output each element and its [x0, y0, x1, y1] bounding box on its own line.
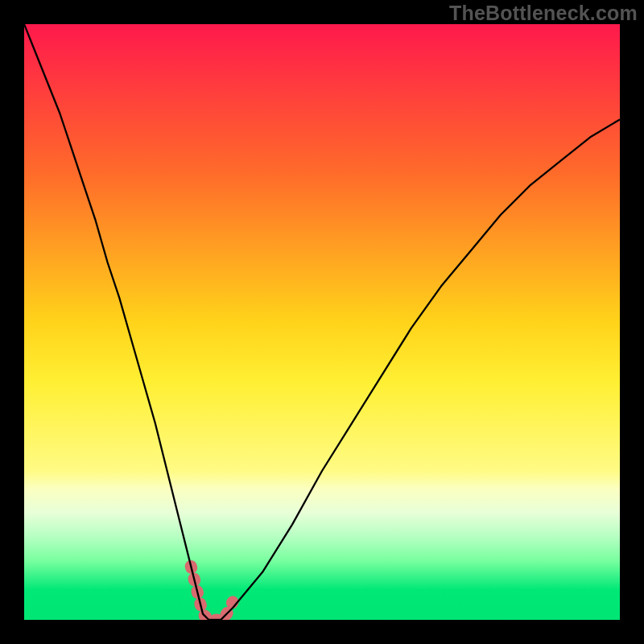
- attribution-label: TheBottleneck.com: [449, 2, 638, 25]
- gradient-background: [24, 24, 620, 620]
- plot-area: [24, 24, 620, 620]
- plot-svg: [24, 24, 620, 620]
- chart-canvas: TheBottleneck.com: [0, 0, 644, 644]
